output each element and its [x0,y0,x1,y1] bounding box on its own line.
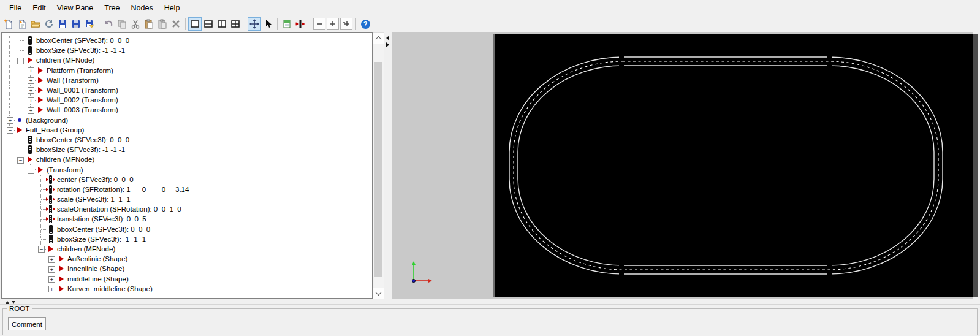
tab-comment[interactable]: Comment [8,317,46,330]
tree-row[interactable]: bboxSize (SFVec3f): -1 -1 -1 [2,145,372,155]
tree-row[interactable]: +Kurven_middleline (Shape) [2,284,372,294]
zoom-out-button[interactable] [313,18,325,30]
expand-box-icon[interactable]: + [48,286,55,292]
tree-row[interactable]: +Wall (Transform) [2,75,372,85]
vertical-splitter[interactable] [384,32,392,299]
paste-special-button[interactable] [156,17,169,31]
tree-node-label: children (MFNode) [36,56,94,64]
layout-quad-button[interactable] [229,17,242,31]
expand-box-icon[interactable]: + [28,97,34,104]
help-button[interactable]: ? [359,17,372,31]
tree-row[interactable]: −Full_Road (Group) [2,125,372,135]
tree-row[interactable]: −children (MFNode) [2,244,372,254]
tree-guide [25,254,36,264]
tree-row[interactable]: scale (SFVec3f): 1 1 1 [2,194,372,204]
copy-button[interactable] [115,17,129,31]
node-list-button[interactable] [280,17,294,31]
layout-split-horizontal-button[interactable] [202,17,215,31]
tree-junction: + [25,105,36,115]
tree-row[interactable]: center (SFVec3f): 0 0 0 [2,175,372,185]
new-from-template-button[interactable] [15,17,29,31]
open-button[interactable] [29,17,42,31]
save-button[interactable] [56,17,69,31]
select-mode-button[interactable] [261,17,275,31]
layout-single-pane-button[interactable] [188,17,202,31]
collapse-up-icon[interactable] [6,301,9,304]
field-editor-button[interactable] [294,17,307,31]
save-all-button[interactable] [69,17,83,31]
layout-split-vertical-button[interactable] [215,17,229,31]
expand-box-icon[interactable]: + [48,276,55,283]
tree-row[interactable]: bboxCenter (SFVec3f): 0 0 0 [2,224,372,234]
move-mode-button[interactable] [248,17,261,31]
tree-junction: − [36,244,46,254]
tree-row[interactable]: translation (SFVec3f): 0 0 5 [2,214,372,224]
collapse-box-icon[interactable]: − [17,58,24,64]
tree-row[interactable]: bboxSize (SFVec3f): -1 -1 -1 [2,45,372,55]
menu-tree[interactable]: Tree [99,2,125,14]
collapse-down-icon[interactable] [12,301,15,304]
collapse-box-icon[interactable]: − [38,246,45,253]
tree-row[interactable]: +Außenlinie (Shape) [2,254,372,264]
collapse-right-icon[interactable] [386,42,389,47]
tree-row[interactable]: +Wall_0002 (Transform) [2,95,372,105]
expand-box-icon[interactable]: + [48,266,55,273]
tree-row[interactable]: +Innenlinie (Shape) [2,264,372,273]
paste-button[interactable] [142,17,156,31]
menu-file[interactable]: File [4,2,27,14]
tree-guide [4,155,15,164]
menu-help[interactable]: Help [159,2,186,14]
tree-row[interactable]: scaleOrientation (SFRotation): 0 0 1 0 [2,204,372,214]
zoom-in-button[interactable] [327,18,339,30]
3d-viewport[interactable] [493,34,972,297]
save-as-button[interactable] [83,17,96,31]
tree-scrollbar[interactable] [373,32,384,299]
tree-guide [25,224,36,234]
tree-guide [25,175,36,185]
tree-row[interactable]: −(Transform) [2,164,372,174]
scene-tree-panel[interactable]: bboxCenter (SFVec3f): 0 0 0bboxSize (SFV… [1,32,373,299]
tree-guide [4,145,15,155]
tree-row[interactable]: bboxCenter (SFVec3f): 0 0 0 [2,36,372,45]
scroll-up-button[interactable] [373,33,384,44]
tree-row[interactable]: −children (MFNode) [2,155,372,164]
scrollbar-thumb[interactable] [374,62,382,277]
expand-box-icon[interactable]: + [28,67,34,74]
expand-box-icon[interactable]: + [7,117,13,124]
scroll-down-button[interactable] [373,288,384,299]
menu-edit[interactable]: Edit [27,2,51,14]
tree-row[interactable]: +middleLine (Shape) [2,274,372,284]
collapse-box-icon[interactable]: − [17,157,24,164]
tree-row[interactable]: +Wall_0003 (Transform) [2,105,372,115]
field-icon [46,214,55,224]
menu-nodes[interactable]: Nodes [126,2,159,14]
tree-guide [15,75,25,85]
tree-row[interactable]: +(Background) [2,115,372,125]
expand-box-icon[interactable]: + [28,87,34,94]
collapse-box-icon[interactable]: − [7,127,13,134]
tree-junction [15,145,25,155]
expand-box-icon[interactable]: + [28,107,34,114]
refresh-button[interactable] [42,17,56,31]
tree-guide [15,95,25,105]
collapse-box-icon[interactable]: − [28,167,34,174]
expand-box-icon[interactable]: + [28,77,34,84]
horizontal-splitter[interactable] [0,299,980,305]
tree-row[interactable]: +Wall_0001 (Transform) [2,85,372,95]
collapse-left-icon[interactable] [386,36,389,40]
tree-row[interactable]: bboxSize (SFVec3f): -1 -1 -1 [2,234,372,244]
undo-button[interactable] [102,17,115,31]
delete-button[interactable] [169,17,183,31]
new-file-button[interactable] [2,17,15,31]
tree-row[interactable]: −children (MFNode) [2,55,372,65]
tree-row[interactable]: rotation (SFRotation): 1 0 0 3.14 [2,185,372,194]
zoom-reset-button[interactable] [340,18,352,30]
tree-junction: + [46,254,56,264]
tree-row[interactable]: bboxCenter (SFVec3f): 0 0 0 [2,135,372,145]
tree-row[interactable]: +Plattform (Transform) [2,66,372,75]
expand-box-icon[interactable]: + [48,256,55,263]
tree-guide [4,214,15,224]
cut-button[interactable] [129,17,142,31]
tree-node-label: (Background) [26,116,68,124]
menu-view-pane[interactable]: View Pane [51,2,99,14]
